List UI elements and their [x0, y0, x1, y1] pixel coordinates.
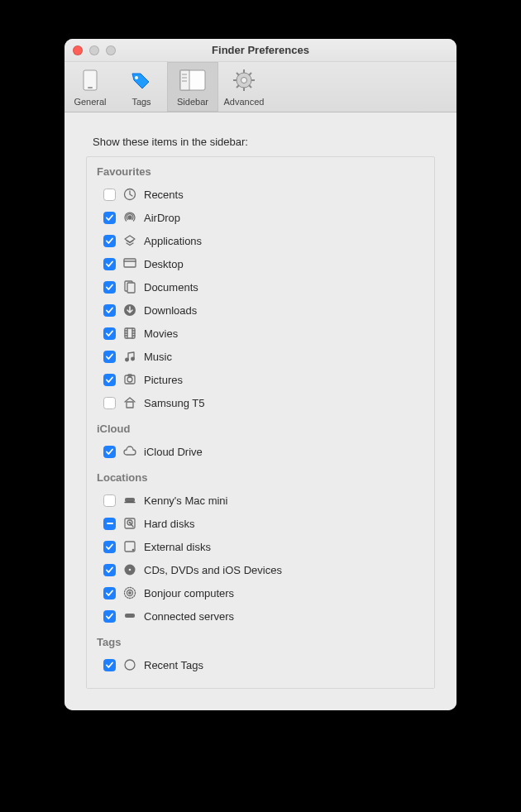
sidebar-pref-row: Bonjour computers [95, 581, 426, 604]
toolbar: General Tags Sidebar Advanced [65, 62, 456, 112]
svg-point-47 [132, 549, 133, 550]
svg-rect-39 [127, 402, 133, 408]
svg-line-14 [237, 73, 239, 75]
tags-icon [128, 67, 155, 93]
svg-point-2 [135, 76, 138, 79]
svg-point-52 [129, 592, 131, 594]
svg-point-34 [126, 358, 129, 361]
svg-point-49 [128, 568, 131, 571]
svg-rect-20 [124, 259, 136, 267]
svg-point-55 [125, 660, 135, 670]
tab-advanced[interactable]: Advanced [218, 62, 270, 112]
checkbox[interactable] [103, 351, 116, 363]
checkbox[interactable] [103, 587, 116, 599]
checkbox[interactable] [103, 327, 116, 340]
sidebar-pref-row: External disks [95, 535, 426, 558]
svg-point-37 [127, 377, 132, 382]
preferences-window: Finder Preferences General Tags Sidebar … [65, 39, 456, 710]
svg-rect-1 [88, 87, 93, 88]
svg-rect-23 [127, 283, 135, 293]
svg-line-15 [249, 85, 251, 88]
checkbox[interactable] [103, 610, 116, 623]
sidebar-pref-row: Kenny's Mac mini [95, 489, 426, 512]
sidebar-pref-row: iCloud Drive [95, 440, 426, 463]
traffic-lights [73, 45, 116, 55]
tab-sidebar[interactable]: Sidebar [167, 62, 218, 112]
item-label: Documents [144, 281, 198, 294]
checkbox[interactable] [103, 304, 116, 317]
close-icon[interactable] [73, 45, 83, 55]
group-header-icloud: iCloud [97, 423, 426, 435]
checkbox[interactable] [103, 397, 116, 409]
item-label: Recents [144, 189, 184, 201]
sidebar-pref-row: Desktop [95, 252, 426, 275]
sidebar-icon [179, 67, 206, 93]
desktop-icon [122, 256, 137, 271]
server-icon [122, 609, 137, 623]
tab-label: General [65, 97, 116, 107]
airdrop-icon [122, 210, 137, 225]
harddisk-icon [122, 516, 137, 531]
apps-icon [122, 233, 137, 248]
item-label: iCloud Drive [144, 446, 203, 458]
checkbox[interactable] [103, 659, 116, 671]
checkbox[interactable] [103, 235, 116, 247]
item-label: Movies [144, 327, 178, 340]
home-icon [122, 395, 137, 410]
item-label: Recent Tags [144, 659, 203, 671]
checkbox[interactable] [103, 518, 116, 530]
svg-point-35 [131, 357, 135, 361]
sidebar-pref-row: Pictures [95, 368, 426, 391]
cloud-icon [122, 444, 137, 459]
checkbox[interactable] [103, 564, 116, 576]
movies-icon [122, 326, 137, 341]
item-label: Desktop [144, 258, 184, 270]
tab-general[interactable]: General [65, 62, 116, 112]
window-title: Finder Preferences [212, 44, 309, 56]
minimize-icon[interactable] [89, 45, 99, 55]
checkbox[interactable] [103, 281, 116, 294]
checkbox[interactable] [103, 446, 116, 458]
sidebar-pref-row: Recent Tags [95, 653, 426, 676]
sidebar-pref-row: AirDrop [95, 206, 426, 229]
tab-label: Tags [116, 97, 167, 107]
sidebar-pref-row: Movies [95, 322, 426, 345]
sidebar-pref-row: Documents [95, 275, 426, 299]
sidebar-pref-row: Recents [95, 183, 426, 206]
checkbox[interactable] [103, 541, 116, 553]
item-label: AirDrop [144, 212, 180, 224]
disc-icon [122, 562, 137, 577]
zoom-icon[interactable] [106, 45, 116, 55]
checkbox[interactable] [103, 494, 116, 507]
music-icon [122, 349, 137, 364]
tab-tags[interactable]: Tags [116, 62, 167, 112]
gear-icon [231, 67, 257, 93]
pictures-icon [122, 372, 137, 387]
sidebar-pref-row: CDs, DVDs and iOS Devices [95, 558, 426, 581]
clock-icon [122, 187, 137, 202]
checkbox[interactable] [103, 212, 116, 224]
svg-point-54 [132, 615, 134, 617]
checkbox[interactable] [103, 258, 116, 270]
item-label: Kenny's Mac mini [144, 494, 227, 507]
item-label: Connected servers [144, 610, 234, 623]
item-label: CDs, DVDs and iOS Devices [144, 564, 282, 576]
checkbox[interactable] [103, 374, 116, 386]
sidebar-pref-row: Downloads [95, 299, 426, 322]
checkbox[interactable] [103, 189, 116, 201]
item-label: Bonjour computers [144, 587, 234, 599]
sidebar-pref-row: Hard disks [95, 512, 426, 535]
titlebar[interactable]: Finder Preferences [65, 39, 456, 62]
item-label: Pictures [144, 374, 183, 386]
item-label: External disks [144, 541, 211, 553]
macmini-icon [122, 493, 137, 508]
svg-rect-4 [180, 70, 189, 90]
item-label: Applications [144, 235, 202, 247]
general-icon [77, 67, 103, 93]
svg-line-16 [249, 73, 251, 75]
documents-icon [122, 279, 137, 294]
svg-rect-40 [125, 498, 135, 502]
svg-line-17 [237, 85, 239, 88]
item-label: Samsung T5 [144, 397, 204, 409]
item-label: Music [144, 351, 172, 363]
